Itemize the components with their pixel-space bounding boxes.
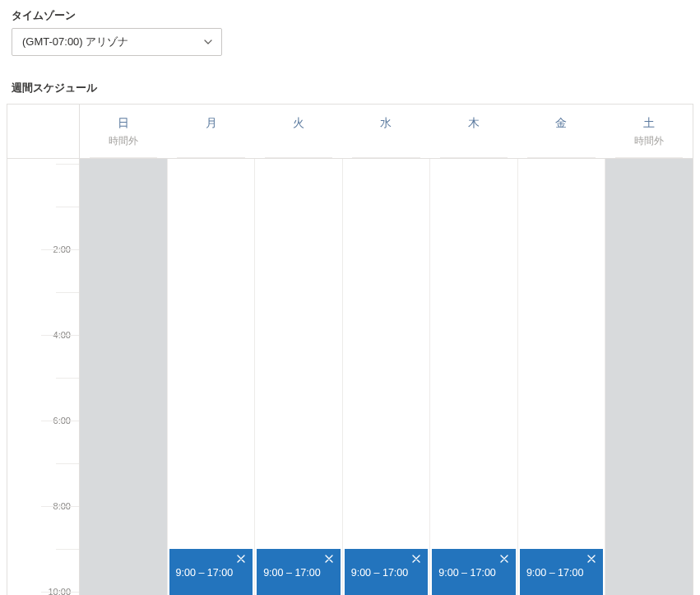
day-subtitle: 時間外 — [605, 134, 693, 148]
day-name: 日 — [80, 116, 167, 131]
close-icon[interactable] — [586, 554, 598, 565]
timezone-value: (GMT-07:00) アリゾナ — [22, 35, 128, 49]
day-column[interactable]: 9:00 – 17:00 — [255, 159, 343, 595]
time-column: 2:004:006:008:0010:00 — [7, 159, 80, 595]
day-column[interactable] — [80, 159, 168, 595]
day-subtitle: 時間外 — [80, 134, 167, 148]
schedule-grid: 日時間外月火水木金土時間外 2:004:006:008:0010:00 9:00… — [7, 104, 693, 595]
timezone-select[interactable]: (GMT-07:00) アリゾナ — [12, 28, 222, 56]
day-header: 火 — [255, 105, 342, 158]
day-name: 土 — [605, 116, 693, 131]
day-header: 水 — [342, 105, 429, 158]
chevron-down-icon — [203, 37, 213, 47]
day-header: 土時間外 — [605, 105, 693, 158]
close-icon[interactable] — [499, 554, 511, 565]
day-header: 日時間外 — [80, 105, 167, 158]
day-header: 金 — [517, 105, 605, 158]
schedule-event[interactable]: 9:00 – 17:00 — [257, 549, 341, 595]
schedule-event[interactable]: 9:00 – 17:00 — [169, 549, 253, 595]
day-column[interactable] — [605, 159, 693, 595]
schedule-event[interactable]: 9:00 – 17:00 — [345, 549, 429, 595]
schedule-header-row: 日時間外月火水木金土時間外 — [7, 105, 693, 159]
event-time-range: 9:00 – 17:00 — [176, 567, 247, 579]
day-header: 月 — [167, 105, 254, 158]
day-header: 木 — [430, 105, 517, 158]
timezone-label: タイムゾーン — [12, 8, 700, 23]
close-icon[interactable] — [324, 554, 336, 565]
day-name: 金 — [517, 116, 605, 131]
schedule-event[interactable]: 9:00 – 17:00 — [520, 549, 604, 595]
close-icon[interactable] — [236, 554, 248, 565]
day-column[interactable]: 9:00 – 17:00 — [430, 159, 518, 595]
day-name: 水 — [342, 116, 429, 131]
event-time-range: 9:00 – 17:00 — [438, 567, 509, 579]
event-time-range: 9:00 – 17:00 — [351, 567, 422, 579]
close-icon[interactable] — [411, 554, 423, 565]
day-column[interactable]: 9:00 – 17:00 — [343, 159, 431, 595]
event-time-range: 9:00 – 17:00 — [263, 567, 334, 579]
schedule-body: 2:004:006:008:0010:00 9:00 – 17:009:00 –… — [7, 159, 693, 595]
hour-label: 10:00 — [48, 587, 71, 595]
day-column[interactable]: 9:00 – 17:00 — [518, 159, 606, 595]
schedule-event[interactable]: 9:00 – 17:00 — [432, 549, 516, 595]
day-name: 月 — [167, 116, 254, 131]
day-name: 木 — [430, 116, 517, 131]
time-column-header — [7, 105, 80, 158]
event-time-range: 9:00 – 17:00 — [526, 567, 597, 579]
day-name: 火 — [255, 116, 342, 131]
day-column[interactable]: 9:00 – 17:00 — [168, 159, 256, 595]
schedule-label: 週間スケジュール — [12, 81, 700, 95]
